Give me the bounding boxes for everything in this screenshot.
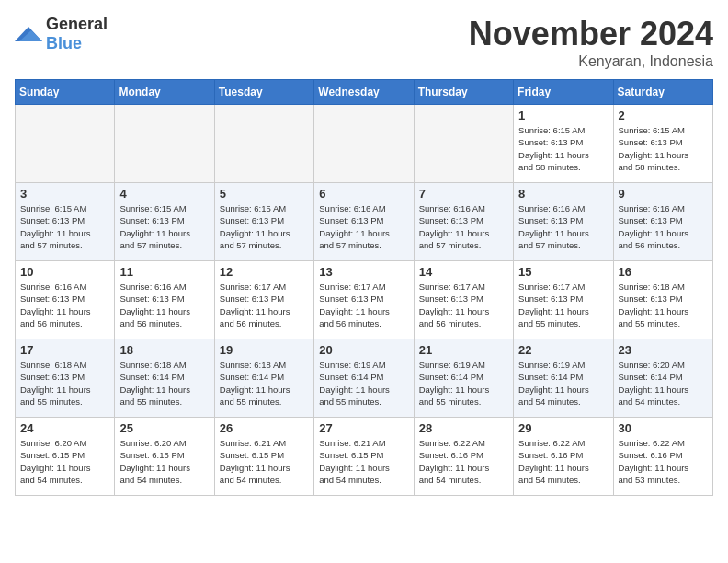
day-info: Sunrise: 6:21 AM Sunset: 6:15 PM Dayligh… (220, 437, 309, 486)
day-info: Sunrise: 6:19 AM Sunset: 6:14 PM Dayligh… (518, 359, 608, 408)
day-info: Sunrise: 6:15 AM Sunset: 6:13 PM Dayligh… (20, 202, 109, 251)
calendar-cell: 14Sunrise: 6:17 AM Sunset: 6:13 PM Dayli… (414, 261, 513, 339)
calendar-cell: 22Sunrise: 6:19 AM Sunset: 6:14 PM Dayli… (514, 339, 613, 418)
calendar-cell: 5Sunrise: 6:15 AM Sunset: 6:13 PM Daylig… (214, 183, 313, 261)
calendar-body: 1Sunrise: 6:15 AM Sunset: 6:13 PM Daylig… (16, 105, 713, 496)
calendar-cell: 8Sunrise: 6:16 AM Sunset: 6:13 PM Daylig… (514, 183, 613, 261)
day-number: 1 (518, 109, 608, 122)
day-info: Sunrise: 6:18 AM Sunset: 6:14 PM Dayligh… (119, 359, 209, 408)
day-number: 12 (220, 265, 309, 279)
calendar-cell: 3Sunrise: 6:15 AM Sunset: 6:13 PM Daylig… (16, 183, 115, 261)
day-number: 22 (518, 343, 608, 357)
calendar-cell: 1Sunrise: 6:15 AM Sunset: 6:13 PM Daylig… (514, 105, 613, 183)
week-row-4: 24Sunrise: 6:20 AM Sunset: 6:15 PM Dayli… (16, 418, 713, 496)
day-info: Sunrise: 6:22 AM Sunset: 6:16 PM Dayligh… (419, 437, 508, 486)
day-info: Sunrise: 6:21 AM Sunset: 6:15 PM Dayligh… (319, 437, 408, 486)
day-info: Sunrise: 6:19 AM Sunset: 6:14 PM Dayligh… (419, 359, 508, 408)
weekday-thursday: Thursday (414, 80, 513, 105)
page-header: General Blue November 2024 Kenyaran, Ind… (15, 15, 713, 70)
day-number: 2 (619, 109, 708, 122)
calendar-cell: 12Sunrise: 6:17 AM Sunset: 6:13 PM Dayli… (214, 261, 313, 339)
day-info: Sunrise: 6:22 AM Sunset: 6:16 PM Dayligh… (619, 437, 708, 486)
day-number: 10 (20, 265, 109, 279)
day-number: 21 (419, 343, 508, 357)
day-number: 17 (20, 343, 109, 357)
day-info: Sunrise: 6:22 AM Sunset: 6:16 PM Dayligh… (518, 437, 608, 486)
day-number: 29 (518, 421, 608, 435)
calendar-cell: 13Sunrise: 6:17 AM Sunset: 6:13 PM Dayli… (314, 261, 414, 339)
calendar-cell: 23Sunrise: 6:20 AM Sunset: 6:14 PM Dayli… (613, 339, 712, 418)
calendar-cell: 29Sunrise: 6:22 AM Sunset: 6:16 PM Dayli… (514, 418, 613, 496)
day-number: 25 (119, 421, 209, 435)
day-info: Sunrise: 6:20 AM Sunset: 6:14 PM Dayligh… (619, 359, 708, 408)
day-number: 26 (220, 421, 309, 435)
day-number: 27 (319, 421, 408, 435)
day-number: 5 (220, 187, 309, 201)
calendar-cell: 30Sunrise: 6:22 AM Sunset: 6:16 PM Dayli… (613, 418, 712, 496)
weekday-monday: Monday (115, 80, 214, 105)
day-number: 19 (220, 343, 309, 357)
month-title: November 2024 (469, 15, 713, 53)
day-info: Sunrise: 6:17 AM Sunset: 6:13 PM Dayligh… (319, 281, 408, 329)
logo-general: General (46, 15, 108, 33)
day-info: Sunrise: 6:16 AM Sunset: 6:13 PM Dayligh… (518, 202, 608, 251)
day-number: 16 (619, 265, 708, 279)
calendar-cell: 7Sunrise: 6:16 AM Sunset: 6:13 PM Daylig… (414, 183, 513, 261)
day-number: 30 (619, 421, 708, 435)
day-info: Sunrise: 6:15 AM Sunset: 6:13 PM Dayligh… (220, 202, 309, 251)
calendar-cell: 15Sunrise: 6:17 AM Sunset: 6:13 PM Dayli… (514, 261, 613, 339)
calendar-cell: 10Sunrise: 6:16 AM Sunset: 6:13 PM Dayli… (16, 261, 115, 339)
weekday-saturday: Saturday (613, 80, 712, 105)
day-info: Sunrise: 6:16 AM Sunset: 6:13 PM Dayligh… (20, 281, 109, 329)
calendar-cell (214, 105, 313, 183)
calendar-cell: 28Sunrise: 6:22 AM Sunset: 6:16 PM Dayli… (414, 418, 513, 496)
day-info: Sunrise: 6:15 AM Sunset: 6:13 PM Dayligh… (518, 124, 608, 173)
weekday-sunday: Sunday (16, 80, 115, 105)
calendar-cell: 21Sunrise: 6:19 AM Sunset: 6:14 PM Dayli… (414, 339, 513, 418)
day-info: Sunrise: 6:18 AM Sunset: 6:13 PM Dayligh… (20, 359, 109, 408)
calendar-cell: 24Sunrise: 6:20 AM Sunset: 6:15 PM Dayli… (16, 418, 115, 496)
calendar-cell: 19Sunrise: 6:18 AM Sunset: 6:14 PM Dayli… (214, 339, 313, 418)
week-row-0: 1Sunrise: 6:15 AM Sunset: 6:13 PM Daylig… (16, 105, 713, 183)
day-info: Sunrise: 6:19 AM Sunset: 6:14 PM Dayligh… (319, 359, 408, 408)
week-row-2: 10Sunrise: 6:16 AM Sunset: 6:13 PM Dayli… (16, 261, 713, 339)
day-number: 20 (319, 343, 408, 357)
calendar-cell: 27Sunrise: 6:21 AM Sunset: 6:15 PM Dayli… (314, 418, 414, 496)
day-number: 3 (20, 187, 109, 201)
logo-blue: Blue (46, 34, 82, 52)
day-info: Sunrise: 6:16 AM Sunset: 6:13 PM Dayligh… (419, 202, 508, 251)
calendar-cell (16, 105, 115, 183)
day-info: Sunrise: 6:16 AM Sunset: 6:13 PM Dayligh… (319, 202, 408, 251)
calendar-cell (314, 105, 414, 183)
day-number: 6 (319, 187, 408, 201)
day-info: Sunrise: 6:17 AM Sunset: 6:13 PM Dayligh… (518, 281, 608, 329)
week-row-1: 3Sunrise: 6:15 AM Sunset: 6:13 PM Daylig… (16, 183, 713, 261)
calendar-cell: 20Sunrise: 6:19 AM Sunset: 6:14 PM Dayli… (314, 339, 414, 418)
day-number: 7 (419, 187, 508, 201)
logo: General Blue (15, 15, 108, 53)
day-info: Sunrise: 6:17 AM Sunset: 6:13 PM Dayligh… (419, 281, 508, 329)
day-number: 11 (119, 265, 209, 279)
day-info: Sunrise: 6:17 AM Sunset: 6:13 PM Dayligh… (220, 281, 309, 329)
day-info: Sunrise: 6:15 AM Sunset: 6:13 PM Dayligh… (119, 202, 209, 251)
day-info: Sunrise: 6:16 AM Sunset: 6:13 PM Dayligh… (119, 281, 209, 329)
calendar: SundayMondayTuesdayWednesdayThursdayFrid… (15, 79, 713, 496)
calendar-cell: 9Sunrise: 6:16 AM Sunset: 6:13 PM Daylig… (613, 183, 712, 261)
calendar-cell: 25Sunrise: 6:20 AM Sunset: 6:15 PM Dayli… (115, 418, 214, 496)
location: Kenyaran, Indonesia (469, 53, 713, 70)
title-block: November 2024 Kenyaran, Indonesia (469, 15, 713, 70)
calendar-cell: 11Sunrise: 6:16 AM Sunset: 6:13 PM Dayli… (115, 261, 214, 339)
day-info: Sunrise: 6:16 AM Sunset: 6:13 PM Dayligh… (619, 202, 708, 251)
day-number: 15 (518, 265, 608, 279)
calendar-cell: 26Sunrise: 6:21 AM Sunset: 6:15 PM Dayli… (214, 418, 313, 496)
calendar-cell: 4Sunrise: 6:15 AM Sunset: 6:13 PM Daylig… (115, 183, 214, 261)
calendar-cell: 17Sunrise: 6:18 AM Sunset: 6:13 PM Dayli… (16, 339, 115, 418)
day-number: 18 (119, 343, 209, 357)
calendar-cell: 18Sunrise: 6:18 AM Sunset: 6:14 PM Dayli… (115, 339, 214, 418)
calendar-cell: 6Sunrise: 6:16 AM Sunset: 6:13 PM Daylig… (314, 183, 414, 261)
week-row-3: 17Sunrise: 6:18 AM Sunset: 6:13 PM Dayli… (16, 339, 713, 418)
day-number: 8 (518, 187, 608, 201)
weekday-header-row: SundayMondayTuesdayWednesdayThursdayFrid… (16, 80, 713, 105)
calendar-cell (115, 105, 214, 183)
weekday-friday: Friday (514, 80, 613, 105)
